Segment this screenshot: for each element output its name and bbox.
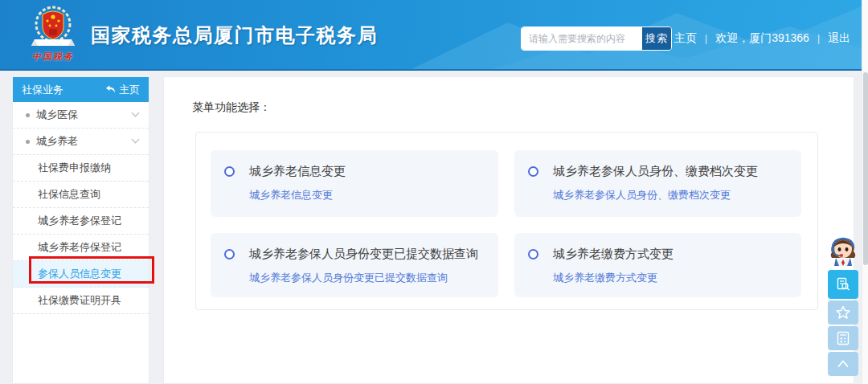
option-title: 城乡养老参保人员身份变更已提交数据查询 (249, 247, 478, 262)
back-to-top-icon (835, 356, 851, 372)
page-scrollbar-track (862, 0, 868, 384)
sidebar-item-label: 城乡养老参保登记 (38, 214, 121, 228)
sidebar-item-label: 城乡养老停保登记 (38, 240, 121, 255)
sidebar-item-pension-enroll[interactable]: 城乡养老参保登记 (13, 208, 149, 235)
sidebar-item-fee-declaration[interactable]: 社保费申报缴纳 (13, 155, 149, 182)
option-link[interactable]: 城乡养老参保人员身份变更已提交数据查询 (249, 271, 448, 285)
china-tax-emblem-icon (28, 3, 78, 50)
favorite-button[interactable] (828, 300, 858, 325)
main-content-panel: 菜单功能选择： 城乡养老信息变更 城乡养老信息变更 城乡养老参保人员身份、缴费档… (163, 76, 854, 384)
back-arrow-icon (105, 85, 116, 94)
search-button[interactable]: 搜索 (642, 27, 671, 50)
option-link[interactable]: 城乡养老信息变更 (249, 188, 333, 202)
sidebar-item-urban-rural-medical[interactable]: 城乡医保 (13, 102, 149, 129)
sidebar-item-label: 社保信息查询 (38, 187, 100, 202)
sidebar-social-insurance: 社保业务 主页 城乡医保 城乡养老 社保费申报缴纳 社保信息查询 城乡养老参保登… (12, 76, 149, 384)
sidebar-item-payment-certificate[interactable]: 社保缴费证明开具 (13, 288, 149, 314)
bullet-icon (26, 140, 30, 144)
document-search-button[interactable] (828, 270, 858, 299)
sidebar-item-label: 城乡医保 (36, 108, 78, 122)
option-card-pension-info-change: 城乡养老信息变更 城乡养老信息变更 (211, 150, 498, 217)
customer-service-avatar[interactable] (826, 234, 860, 266)
document-search-icon (835, 276, 851, 292)
option-card-identity-tier-change: 城乡养老参保人员身份、缴费档次变更 城乡养老参保人员身份、缴费档次变更 (514, 150, 801, 217)
welcome-text: 欢迎，厦门391366 (715, 31, 809, 46)
option-title: 城乡养老信息变更 (249, 164, 346, 179)
menu-function-select-label: 菜单功能选择： (192, 100, 271, 115)
radio-button[interactable] (528, 249, 538, 259)
nav-home-link[interactable]: 主页 (674, 31, 697, 46)
sidebar-home-label: 主页 (119, 83, 140, 97)
nav-separator: | (705, 33, 707, 44)
calculator-icon (835, 330, 851, 346)
floating-assist-widget (826, 234, 860, 376)
sidebar-header: 社保业务 主页 (13, 77, 149, 102)
option-card-submitted-data-query: 城乡养老参保人员身份变更已提交数据查询 城乡养老参保人员身份变更已提交数据查询 (211, 233, 498, 297)
sidebar-item-insured-info-change[interactable]: 参保人员信息变更 (13, 261, 149, 288)
radio-button[interactable] (224, 249, 235, 259)
sidebar-item-label: 参保人员信息变更 (38, 267, 121, 281)
sidebar-title: 社保业务 (22, 83, 63, 97)
sidebar-item-label: 社保缴费证明开具 (38, 293, 121, 308)
radio-button[interactable] (224, 166, 235, 177)
sidebar-item-info-query[interactable]: 社保信息查询 (13, 182, 149, 208)
sidebar-item-label: 城乡养老 (36, 134, 78, 149)
page-scrollbar-thumb[interactable] (863, 72, 868, 265)
header-search: 搜索 (521, 27, 672, 51)
option-title: 城乡养老缴费方式变更 (553, 247, 674, 262)
logo-caption: 中国税务 (19, 51, 87, 63)
sidebar-item-urban-rural-pension[interactable]: 城乡养老 (13, 129, 149, 155)
chevron-down-icon (132, 109, 140, 117)
top-header: 中国税务 国家税务总局厦门市电子税务局 搜索 主页 | 欢迎，厦门391366 … (0, 0, 862, 71)
sidebar-home-link[interactable]: 主页 (105, 83, 140, 97)
option-link[interactable]: 城乡养老参保人员身份、缴费档次变更 (553, 188, 731, 202)
search-input[interactable] (522, 27, 642, 50)
radio-button[interactable] (528, 166, 538, 177)
option-card-payment-method-change: 城乡养老缴费方式变更 城乡养老缴费方式变更 (514, 233, 801, 297)
logout-link[interactable]: 退出 (828, 31, 850, 46)
calculator-button[interactable] (828, 326, 858, 350)
bullet-icon (26, 113, 30, 117)
back-to-top-button[interactable] (828, 352, 858, 376)
page-title: 国家税务总局厦门市电子税务局 (91, 22, 378, 48)
option-link[interactable]: 城乡养老缴费方式变更 (553, 271, 657, 285)
nav-separator: | (817, 33, 820, 44)
sidebar-item-label: 社保费申报缴纳 (38, 161, 111, 175)
sidebar-item-pension-stop[interactable]: 城乡养老停保登记 (13, 235, 149, 261)
option-title: 城乡养老参保人员身份、缴费档次变更 (553, 164, 758, 179)
star-icon (835, 304, 851, 321)
options-container: 城乡养老信息变更 城乡养老信息变更 城乡养老参保人员身份、缴费档次变更 城乡养老… (195, 132, 818, 310)
chevron-down-icon (132, 136, 140, 144)
header-nav: 主页 | 欢迎，厦门391366 | 退出 (674, 31, 850, 46)
tax-bureau-logo: 中国税务 (19, 3, 87, 67)
